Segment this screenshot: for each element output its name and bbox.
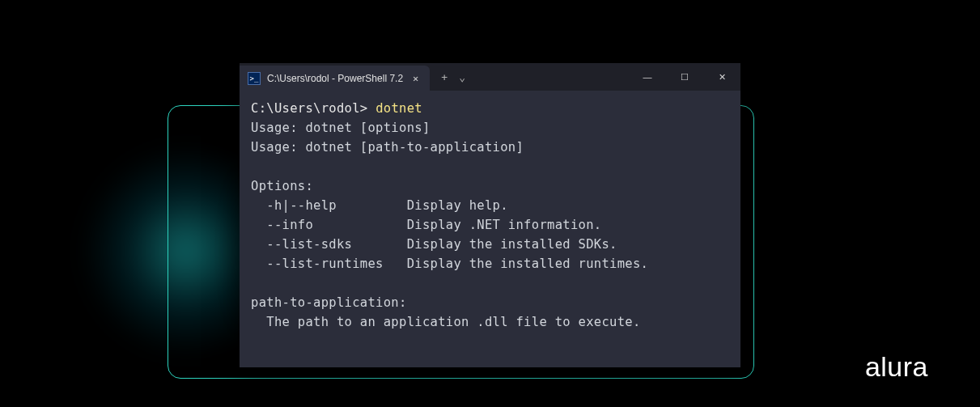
brand-logo: alura [865, 351, 928, 383]
tab-close-button[interactable]: ✕ [409, 71, 422, 86]
tab-actions: + ⌄ [430, 63, 465, 91]
tab-dropdown-button[interactable]: ⌄ [459, 71, 465, 83]
maximize-button[interactable]: ☐ [666, 63, 703, 91]
titlebar: >_ C:\Users\rodol - PowerShell 7.2 ✕ + ⌄… [240, 63, 740, 91]
minimize-button[interactable]: — [629, 63, 666, 91]
prompt-path: C:\Users\rodol> [251, 101, 367, 116]
close-button[interactable]: ✕ [703, 63, 740, 91]
terminal-output: Usage: dotnet [options] Usage: dotnet [p… [251, 121, 648, 329]
prompt-command: dotnet [375, 101, 422, 116]
tab-title: C:\Users\rodol - PowerShell 7.2 [267, 73, 403, 84]
powershell-icon: >_ [248, 72, 261, 85]
terminal-tab[interactable]: >_ C:\Users\rodol - PowerShell 7.2 ✕ [240, 66, 430, 91]
terminal-window: >_ C:\Users\rodol - PowerShell 7.2 ✕ + ⌄… [240, 63, 740, 367]
new-tab-button[interactable]: + [441, 71, 448, 83]
terminal-body[interactable]: C:\Users\rodol> dotnet Usage: dotnet [op… [240, 91, 740, 367]
window-controls: — ☐ ✕ [629, 63, 740, 91]
